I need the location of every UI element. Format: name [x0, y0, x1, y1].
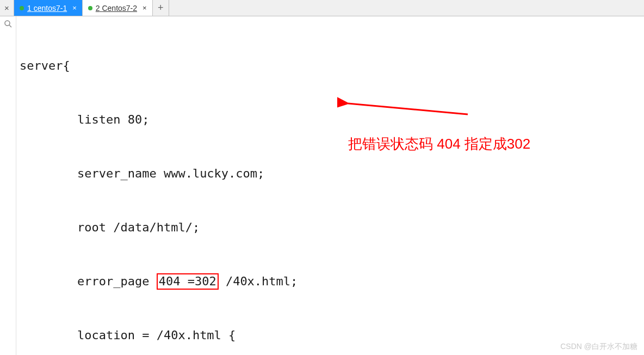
add-tab-button[interactable]: + — [153, 0, 169, 16]
editor[interactable]: server{ listen 80; server_name www.lucky… — [16, 16, 644, 355]
close-all-button[interactable]: × — [0, 0, 14, 16]
tab-label: 2 Centos7-2 — [96, 4, 137, 13]
svg-line-1 — [9, 25, 11, 27]
status-dot-icon — [20, 6, 24, 10]
code-line: error_page 404 =302 /40x.html; — [20, 272, 641, 290]
tab-centos7-2[interactable]: 2 Centos7-2 × — [83, 0, 153, 16]
tab-centos7-1[interactable]: 1 centos7-1 × — [14, 0, 83, 16]
tab-bar: × 1 centos7-1 × 2 Centos7-2 × + — [0, 0, 644, 16]
main-area: server{ listen 80; server_name www.lucky… — [0, 16, 644, 355]
annotation-text: 把错误状态码 404 指定成302 — [348, 135, 530, 153]
code-line: server{ — [20, 57, 641, 75]
code-line: server_name www.lucky.com; — [20, 164, 641, 182]
svg-point-0 — [5, 21, 10, 26]
highlight-box: 404 =302 — [157, 273, 219, 290]
code-line: location = /40x.html { — [20, 326, 641, 344]
search-icon[interactable] — [4, 20, 13, 28]
tab-close-icon[interactable]: × — [140, 4, 147, 12]
tab-label: 1 centos7-1 — [27, 4, 67, 13]
gutter — [0, 16, 16, 355]
tab-close-icon[interactable]: × — [70, 4, 77, 12]
code-line: listen 80; — [20, 111, 641, 128]
status-dot-icon — [88, 6, 92, 10]
watermark: CSDN @白开水不加糖 — [560, 342, 637, 352]
code-line: root /data/html/; — [20, 218, 641, 236]
